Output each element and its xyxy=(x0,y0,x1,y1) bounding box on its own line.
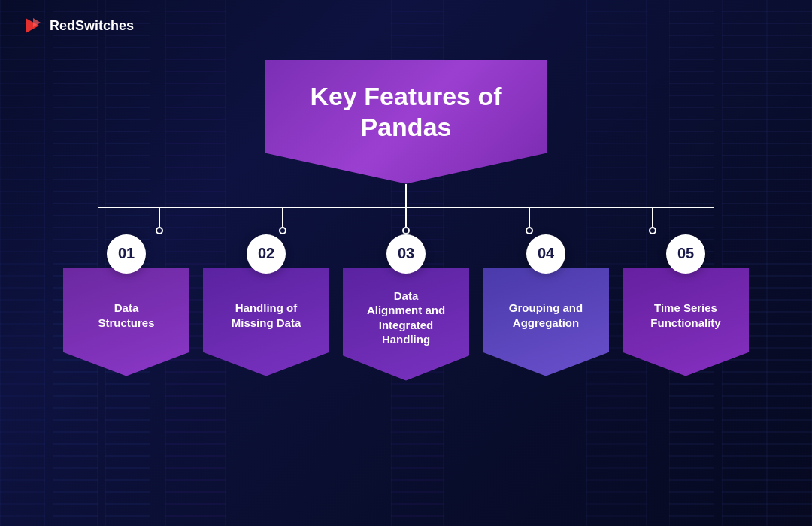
feature-card-2: 02 Handling ofMissing Data xyxy=(203,234,329,381)
feature-card-3: 03 DataAlignment andIntegratedHandling xyxy=(343,234,469,381)
dot-connector-2 xyxy=(221,208,344,234)
dot-connector-1 xyxy=(98,208,221,234)
feature-label-4: Grouping andAggregation xyxy=(509,301,583,330)
logo-text: RedSwitches xyxy=(50,18,134,34)
logo: RedSwitches xyxy=(23,15,134,36)
main-title-box: Key Features of Pandas xyxy=(265,60,547,184)
title-line1: Key Features of xyxy=(310,82,501,110)
dot-row xyxy=(98,208,714,234)
connector-area: 01 DataStructures 02 Handling ofMissing … xyxy=(68,184,744,381)
feature-label-5: Time SeriesFunctionality xyxy=(650,301,720,330)
feature-number-4: 04 xyxy=(526,234,565,274)
vert-drop-2 xyxy=(282,208,283,227)
feature-number-5: 05 xyxy=(666,234,705,274)
dot-4 xyxy=(526,227,533,234)
dot-5 xyxy=(649,227,656,234)
dot-connector-3 xyxy=(344,208,468,234)
main-content: RedSwitches Key Features of Pandas xyxy=(0,0,812,526)
feature-card-4: 04 Grouping andAggregation xyxy=(483,234,609,381)
feature-body-5: Time SeriesFunctionality xyxy=(623,268,749,376)
dot-connector-4 xyxy=(468,208,591,234)
feature-body-4: Grouping andAggregation xyxy=(483,268,609,376)
feature-body-2: Handling ofMissing Data xyxy=(203,268,329,376)
feature-number-2: 02 xyxy=(247,234,286,274)
feature-body-1: DataStructures xyxy=(63,268,189,376)
dot-1 xyxy=(156,227,163,234)
main-title: Key Features of Pandas xyxy=(310,81,501,143)
feature-number-3: 03 xyxy=(386,234,426,274)
logo-icon xyxy=(23,15,44,36)
vertical-connector-top xyxy=(405,184,407,207)
dot-2 xyxy=(279,227,286,234)
feature-card-5: 05 Time SeriesFunctionality xyxy=(623,234,749,381)
title-line2: Pandas xyxy=(361,113,452,141)
vert-drop-3 xyxy=(405,208,407,227)
dot-connector-5 xyxy=(591,208,714,234)
vert-drop-1 xyxy=(159,208,160,227)
vert-drop-4 xyxy=(529,208,530,227)
feature-label-2: Handling ofMissing Data xyxy=(232,301,301,330)
svg-marker-0 xyxy=(26,18,39,33)
dot-3 xyxy=(402,227,410,234)
feature-label-1: DataStructures xyxy=(98,301,154,330)
feature-number-1: 01 xyxy=(107,234,146,274)
feature-card-1: 01 DataStructures xyxy=(63,234,189,381)
feature-cards-row: 01 DataStructures 02 Handling ofMissing … xyxy=(45,234,767,381)
feature-label-3: DataAlignment andIntegratedHandling xyxy=(367,289,445,347)
feature-body-3: DataAlignment andIntegratedHandling xyxy=(343,268,469,381)
vert-drop-5 xyxy=(652,208,653,227)
